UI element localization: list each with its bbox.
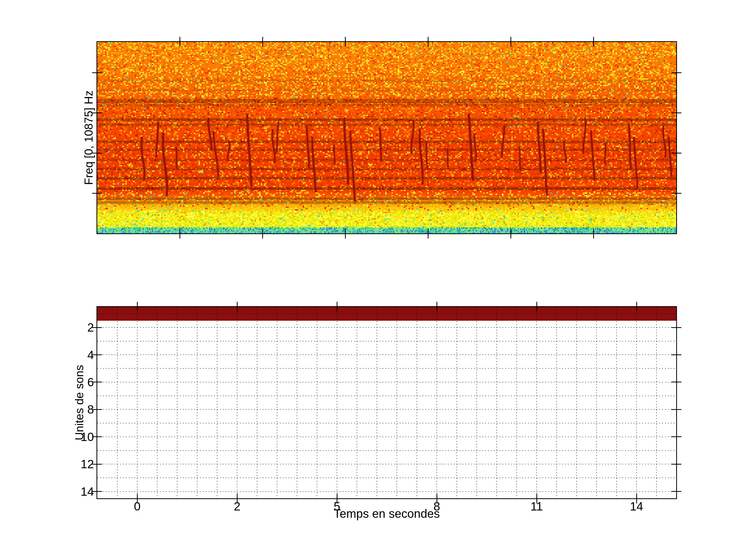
figure: { "chart_data": [ { "type": "heatmap", "… bbox=[0, 0, 747, 560]
gridline-vertical bbox=[297, 307, 297, 498]
spectrogram-image bbox=[97, 42, 676, 233]
axis-tick-mark bbox=[511, 37, 511, 47]
gridline-vertical bbox=[457, 307, 457, 498]
gridline-vertical bbox=[396, 307, 397, 498]
gridline-vertical bbox=[496, 307, 497, 498]
axis-tick-mark bbox=[345, 37, 346, 47]
gridline-vertical bbox=[596, 307, 597, 498]
axis-tick-mark bbox=[536, 494, 537, 504]
axis-tick-mark bbox=[262, 37, 263, 47]
gridline-vertical bbox=[656, 307, 657, 498]
gridline-vertical bbox=[616, 307, 617, 498]
axis-tick-mark bbox=[92, 354, 102, 355]
gridline-vertical bbox=[177, 307, 177, 498]
axis-tick-mark bbox=[671, 153, 681, 154]
axis-tick-mark bbox=[137, 302, 138, 312]
axis-tick-mark bbox=[671, 354, 681, 355]
axis-tick-mark bbox=[671, 72, 681, 73]
gridline-vertical bbox=[237, 307, 237, 498]
y-tick-label: 10 bbox=[50, 431, 94, 443]
y-tick-label: 12 bbox=[50, 458, 94, 470]
axis-tick-mark bbox=[671, 193, 681, 194]
axis-tick-mark bbox=[428, 229, 429, 239]
y-tick-label: 4 bbox=[50, 349, 94, 361]
axis-tick-mark bbox=[92, 464, 102, 464]
gridline-horizontal bbox=[97, 423, 676, 423]
soundunits-xlabel: Temps en secondes bbox=[334, 508, 440, 519]
gridline-vertical bbox=[217, 307, 217, 498]
gridline-vertical bbox=[257, 307, 257, 498]
gridline-horizontal bbox=[97, 409, 676, 410]
axis-tick-mark bbox=[428, 37, 429, 47]
axis-tick-mark bbox=[593, 37, 594, 47]
gridline-vertical bbox=[437, 307, 437, 498]
axis-tick-mark bbox=[179, 37, 180, 47]
axis-tick-mark bbox=[179, 229, 180, 239]
gridline-vertical bbox=[416, 307, 417, 498]
gridline-vertical bbox=[377, 307, 377, 498]
axis-tick-mark bbox=[92, 153, 102, 154]
spectrogram-axes bbox=[97, 41, 677, 234]
gridline-horizontal bbox=[97, 450, 676, 451]
spectrogram-ylabel: Freq [0, 10875] Hz bbox=[83, 90, 95, 185]
axis-tick-mark bbox=[337, 494, 337, 504]
gridline-horizontal bbox=[97, 478, 676, 478]
axis-tick-mark bbox=[92, 112, 102, 113]
gridline-horizontal bbox=[97, 327, 676, 328]
axis-tick-mark bbox=[437, 302, 437, 312]
gridline-vertical bbox=[357, 307, 357, 498]
gridline-vertical bbox=[317, 307, 317, 498]
axis-tick-mark bbox=[511, 229, 511, 239]
axis-tick-mark bbox=[671, 491, 681, 492]
axis-tick-mark bbox=[237, 302, 238, 312]
axis-tick-mark bbox=[345, 229, 346, 239]
gridline-horizontal bbox=[97, 314, 676, 314]
gridline-horizontal bbox=[97, 382, 676, 382]
gridline-horizontal bbox=[97, 341, 676, 342]
axis-tick-mark bbox=[92, 382, 102, 382]
axis-tick-mark bbox=[92, 193, 102, 194]
axis-tick-mark bbox=[536, 302, 537, 312]
y-tick-label: 14 bbox=[50, 486, 94, 498]
axis-tick-mark bbox=[636, 302, 637, 312]
gridline-vertical bbox=[576, 307, 577, 498]
gridline-vertical bbox=[636, 307, 637, 498]
axis-tick-mark bbox=[437, 494, 437, 504]
axis-tick-mark bbox=[137, 494, 138, 504]
axis-tick-mark bbox=[262, 229, 263, 239]
gridline-horizontal bbox=[97, 491, 676, 492]
axis-tick-mark bbox=[636, 494, 637, 504]
axis-tick-mark bbox=[671, 436, 681, 437]
axis-tick-mark bbox=[671, 327, 681, 328]
gridline-vertical bbox=[157, 307, 157, 498]
axis-tick-mark bbox=[671, 409, 681, 410]
axis-tick-mark bbox=[337, 302, 337, 312]
axis-tick-mark bbox=[671, 464, 681, 464]
axis-tick-mark bbox=[92, 327, 102, 328]
y-tick-label: 6 bbox=[50, 376, 94, 388]
gridline-vertical bbox=[556, 307, 557, 498]
axis-tick-mark bbox=[92, 491, 102, 492]
gridline-vertical bbox=[536, 307, 537, 498]
axis-tick-mark bbox=[593, 229, 594, 239]
axis-tick-mark bbox=[237, 494, 238, 504]
axis-tick-mark bbox=[92, 409, 102, 410]
axis-tick-mark bbox=[92, 436, 102, 437]
gridline-vertical bbox=[337, 307, 337, 498]
gridline-vertical bbox=[516, 307, 517, 498]
gridline-horizontal bbox=[97, 396, 676, 396]
gridline-horizontal bbox=[97, 354, 676, 355]
gridline-vertical bbox=[197, 307, 197, 498]
gridline-horizontal bbox=[97, 436, 676, 437]
y-tick-label: 8 bbox=[50, 403, 94, 415]
axis-tick-mark bbox=[92, 72, 102, 73]
gridline-vertical bbox=[277, 307, 277, 498]
gridline-vertical bbox=[476, 307, 477, 498]
axis-tick-mark bbox=[671, 382, 681, 382]
soundunits-axes bbox=[97, 306, 677, 499]
gridline-vertical bbox=[137, 307, 137, 498]
gridline-horizontal bbox=[97, 464, 676, 464]
axis-tick-mark bbox=[671, 112, 681, 113]
gridline-horizontal bbox=[97, 368, 676, 369]
gridline-vertical bbox=[117, 307, 118, 498]
